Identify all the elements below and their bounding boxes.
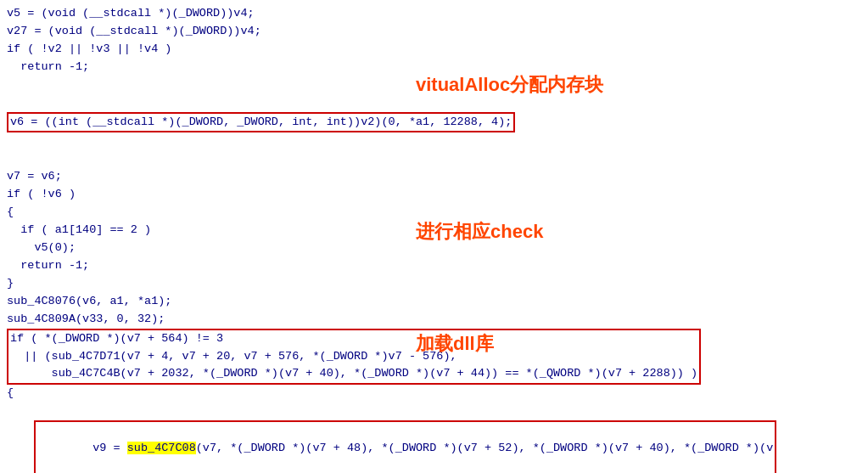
- bordered-line-5: v6 = ((int (__stdcall *)(_DWORD, _DWORD,…: [7, 112, 515, 133]
- code-line-16: || (sub_4C7D71(v7 + 4, v7 + 20, v7 + 576…: [10, 348, 697, 366]
- code-line-7: if ( !v6 ): [7, 186, 861, 204]
- annotation-dll: 加载dll库: [416, 331, 494, 357]
- code-line-15: if ( *(_DWORD *)(v7 + 564) != 3: [10, 330, 697, 348]
- code-line-17: sub_4C7C4B(v7 + 2032, *(_DWORD *)(v7 + 4…: [10, 365, 697, 383]
- code-line-3: if ( !v2 || !v3 || !v4 ): [7, 41, 861, 59]
- code-line-2: v27 = (void (__stdcall *)(_DWORD))v4;: [7, 23, 861, 41]
- yellow-highlight: sub_4C7C08: [127, 442, 196, 454]
- code-line-11: return -1;: [7, 257, 861, 275]
- annotation-vitualalloc: vitualAlloc分配内存块: [416, 72, 603, 98]
- code-line-19: v9 = sub_4C7C08(v7, *(_DWORD *)(v7 + 48)…: [7, 403, 861, 473]
- code-line-6: v7 = v6;: [7, 168, 861, 186]
- annotation-check: 进行相应check: [416, 219, 543, 245]
- code-line-13: sub_4C8076(v6, a1, *a1);: [7, 293, 861, 311]
- code-line-12: }: [7, 275, 861, 293]
- bordered-line-19: v9 = sub_4C7C08(v7, *(_DWORD *)(v7 + 48)…: [34, 420, 776, 473]
- code-line-1: v5 = (void (__stdcall *)(_DWORD))v4;: [7, 5, 861, 23]
- code-line-14: sub_4C809A(v33, 0, 32);: [7, 311, 861, 329]
- code-line-18: {: [7, 385, 861, 403]
- bordered-block-if: if ( *(_DWORD *)(v7 + 564) != 3 || (sub_…: [7, 329, 701, 386]
